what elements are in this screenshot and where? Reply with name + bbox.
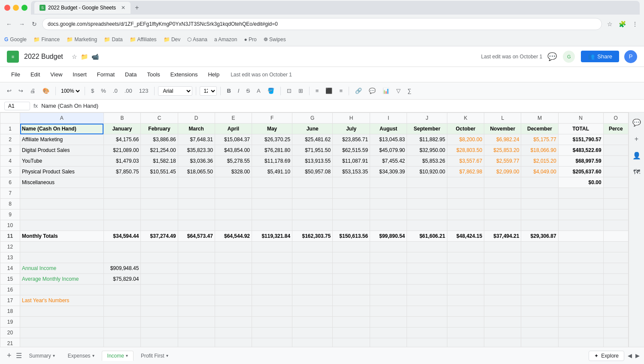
sheet-tab-summary[interactable]: Summary ▾ [24,351,61,361]
cell[interactable]: $43,854.00 [215,145,252,156]
tab-close-icon[interactable]: ✕ [121,5,125,11]
cell[interactable] [603,199,628,209]
cell[interactable] [333,242,370,252]
cell[interactable]: July [333,124,370,134]
percent-button[interactable]: % [98,86,109,96]
cell[interactable] [407,285,447,295]
cell[interactable] [292,274,333,285]
col-header-J[interactable]: J [407,113,447,124]
cell[interactable] [103,177,141,188]
explore-button[interactable]: ✦ Explore [589,351,624,361]
cell[interactable] [178,263,215,274]
print-button[interactable]: 🖨 [27,86,38,96]
user-avatar[interactable]: P [624,50,637,63]
cell[interactable]: $11,882.95 [407,134,447,145]
sheet-tab-profit-first[interactable]: Profit First ▾ [135,351,174,361]
cell[interactable] [252,209,292,220]
cell[interactable] [521,328,558,338]
cell[interactable] [603,231,628,242]
cell[interactable] [558,252,603,263]
right-sidebar-chat-icon[interactable]: 💬 [630,116,644,129]
cell[interactable]: Perce [603,124,628,134]
forward-button[interactable]: → [17,19,27,29]
cell[interactable]: $150,613.56 [333,231,370,242]
cell[interactable]: $76,281.80 [252,145,292,156]
comments-icon[interactable]: 💬 [547,52,557,61]
cell[interactable] [447,338,484,347]
align-right-button[interactable]: ≡ [337,86,345,96]
cell[interactable] [178,242,215,252]
cell[interactable] [521,209,558,220]
cell[interactable] [178,306,215,317]
bookmark-data[interactable]: 📁 Data [104,36,123,42]
cell[interactable] [370,177,407,188]
cell[interactable]: $64,544.92 [215,231,252,242]
cell[interactable] [603,156,628,167]
row-header-10[interactable]: 10 [0,220,20,231]
cell[interactable] [103,295,141,306]
cell[interactable] [558,263,603,274]
cell[interactable] [370,220,407,231]
cell[interactable] [407,317,447,328]
cell[interactable] [407,338,447,347]
star-icon[interactable]: ☆ [72,53,77,60]
cell[interactable] [215,317,252,328]
add-sheet-button[interactable]: + [4,350,14,361]
cell[interactable] [215,220,252,231]
cell[interactable] [558,231,603,242]
bookmark-google[interactable]: G Google [4,36,27,42]
borders-button[interactable]: ⊡ [284,86,294,96]
menu-help[interactable]: Help [204,70,224,79]
cell[interactable] [558,285,603,295]
cell[interactable] [252,285,292,295]
google-account-icon[interactable]: G [562,50,576,64]
cell[interactable]: $4,175.66 [103,134,141,145]
col-header-C[interactable]: C [141,113,178,124]
cell[interactable] [484,209,521,220]
bookmark-finance[interactable]: 📁 Finance [33,36,60,42]
cell[interactable] [558,199,603,209]
cell[interactable]: $37,274.49 [141,231,178,242]
cell[interactable] [20,199,104,209]
right-sidebar-plus-icon[interactable]: + [632,133,641,146]
font-size-selector[interactable]: 12 [200,86,217,96]
cell[interactable] [215,242,252,252]
cell[interactable] [447,263,484,274]
cell[interactable] [447,252,484,263]
bookmark-asana[interactable]: ⬡ Asana [187,36,207,42]
menu-edit[interactable]: Edit [26,70,44,79]
cell[interactable]: Physical Product Sales [20,167,104,177]
cell[interactable] [370,328,407,338]
bookmark-icon[interactable]: ☆ [605,19,614,29]
cell[interactable] [20,209,104,220]
cell[interactable]: September [407,124,447,134]
scroll-left-button[interactable]: ◀ [628,352,632,359]
cell[interactable] [370,263,407,274]
cell[interactable] [252,263,292,274]
row-header-1[interactable]: 1 [0,124,20,134]
cell[interactable] [252,177,292,188]
cell[interactable] [178,317,215,328]
cell[interactable]: February [141,124,178,134]
cell[interactable] [292,242,333,252]
cell[interactable] [141,295,178,306]
cell[interactable] [252,252,292,263]
cell[interactable] [603,252,628,263]
refresh-button[interactable]: ↻ [30,19,39,29]
cell[interactable] [333,209,370,220]
cell[interactable]: $7,455.42 [370,156,407,167]
cell[interactable]: $151,790.57 [558,134,603,145]
cell[interactable]: TOTAL [558,124,603,134]
cell[interactable] [103,209,141,220]
menu-insert[interactable]: Insert [68,70,91,79]
cell[interactable] [447,199,484,209]
cell[interactable]: April [215,124,252,134]
cell[interactable] [521,295,558,306]
cell[interactable] [103,220,141,231]
cell[interactable] [103,285,141,295]
cell[interactable]: $25,853.20 [484,145,521,156]
cell[interactable] [103,306,141,317]
cell[interactable] [603,274,628,285]
cell[interactable] [333,306,370,317]
cell[interactable] [20,188,104,199]
